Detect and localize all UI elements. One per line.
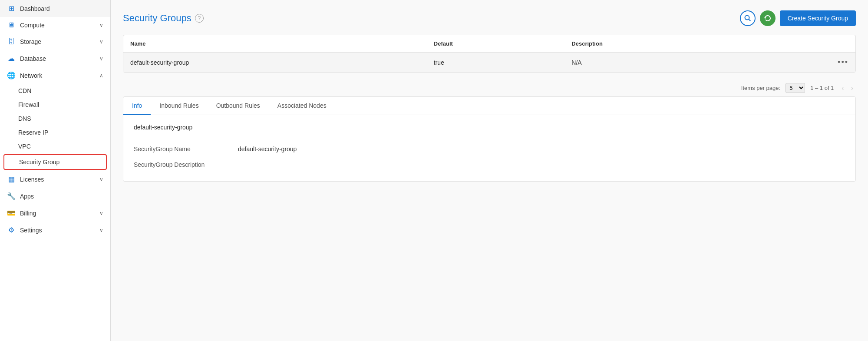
detail-content: default-security-group SecurityGroup Nam… bbox=[123, 115, 855, 181]
sidebar: ⊞ Dashboard 🖥 Compute ∨ 🗄 Storage ∨ ☁ Da… bbox=[0, 0, 111, 341]
page-header: Security Groups ? Create Security Group bbox=[123, 10, 856, 26]
tab-info[interactable]: Info bbox=[123, 97, 151, 115]
cell-default: true bbox=[427, 53, 565, 73]
detail-tabs: Info Inbound Rules Outbound Rules Associ… bbox=[123, 97, 855, 115]
chevron-down-icon: ∨ bbox=[99, 227, 103, 233]
cell-name: default-security-group bbox=[123, 53, 427, 73]
detail-group-name: default-security-group bbox=[134, 124, 845, 131]
chevron-down-icon: ∨ bbox=[99, 39, 103, 45]
sidebar-item-network[interactable]: 🌐 Network ∧ bbox=[0, 67, 110, 84]
main-content: Security Groups ? Create Security Group bbox=[111, 0, 868, 341]
sidebar-item-compute[interactable]: 🖥 Compute ∨ bbox=[0, 17, 110, 33]
cell-description: N/A bbox=[564, 53, 752, 73]
tab-inbound-rules[interactable]: Inbound Rules bbox=[151, 97, 207, 115]
dashboard-icon: ⊞ bbox=[7, 4, 16, 13]
pagination-per-page[interactable]: 5 10 25 50 bbox=[785, 83, 805, 93]
settings-icon: ⚙ bbox=[7, 226, 16, 234]
pagination-label: Items per page: bbox=[741, 85, 780, 91]
licenses-icon: ▦ bbox=[7, 175, 16, 183]
sidebar-sub-label: Security Group bbox=[19, 159, 59, 166]
sidebar-item-firewall[interactable]: Firewall bbox=[0, 98, 110, 112]
sidebar-item-security-group[interactable]: Security Group bbox=[3, 154, 107, 170]
sidebar-item-apps[interactable]: 🔧 Apps bbox=[0, 188, 110, 205]
sidebar-item-label: Database bbox=[20, 55, 95, 62]
chevron-down-icon: ∨ bbox=[99, 176, 103, 182]
database-icon: ☁ bbox=[7, 54, 16, 63]
sidebar-sub-label: DNS bbox=[18, 115, 31, 122]
sidebar-item-storage[interactable]: 🗄 Storage ∨ bbox=[0, 33, 110, 50]
security-groups-table: Name Default Description default-securit… bbox=[123, 35, 855, 72]
help-icon[interactable]: ? bbox=[195, 14, 204, 23]
tab-associated-nodes[interactable]: Associated Nodes bbox=[269, 97, 335, 115]
column-actions bbox=[752, 35, 855, 53]
search-icon bbox=[744, 15, 751, 22]
column-name: Name bbox=[123, 35, 427, 53]
sidebar-item-label: Apps bbox=[20, 193, 103, 200]
pagination-next-button[interactable]: › bbox=[848, 83, 856, 93]
svg-line-1 bbox=[749, 20, 750, 21]
pagination-navigation: ‹ › bbox=[839, 83, 856, 93]
tab-outbound-rules[interactable]: Outbound Rules bbox=[208, 97, 269, 115]
chevron-down-icon: ∨ bbox=[99, 22, 103, 28]
table-header-row: Name Default Description bbox=[123, 35, 855, 53]
chevron-down-icon: ∨ bbox=[99, 56, 103, 62]
tab-info-label: Info bbox=[132, 102, 142, 109]
pagination: Items per page: 5 10 25 50 1 – 1 of 1 ‹ … bbox=[123, 79, 856, 96]
sidebar-item-billing[interactable]: 💳 Billing ∨ bbox=[0, 205, 110, 222]
field-label-description: SecurityGroup Description bbox=[134, 161, 221, 168]
sidebar-item-label: Dashboard bbox=[20, 5, 103, 12]
detail-field-description: SecurityGroup Description bbox=[134, 157, 845, 172]
sidebar-item-licenses[interactable]: ▦ Licenses ∨ bbox=[0, 171, 110, 188]
storage-icon: 🗄 bbox=[7, 38, 16, 46]
row-actions-menu[interactable]: ••• bbox=[752, 53, 855, 73]
network-icon: 🌐 bbox=[7, 71, 16, 79]
sidebar-sub-label: Firewall bbox=[18, 101, 39, 108]
search-button[interactable] bbox=[740, 10, 756, 26]
sidebar-item-label: Compute bbox=[20, 22, 95, 29]
tab-outbound-label: Outbound Rules bbox=[216, 102, 260, 109]
refresh-icon bbox=[764, 14, 772, 22]
sidebar-item-label: Storage bbox=[20, 38, 95, 45]
field-value-name: default-security-group bbox=[238, 146, 297, 152]
chevron-down-icon: ∨ bbox=[99, 210, 103, 216]
chevron-up-icon: ∧ bbox=[99, 73, 103, 79]
tab-nodes-label: Associated Nodes bbox=[277, 102, 327, 109]
sidebar-item-reserve-ip[interactable]: Reserve IP bbox=[0, 126, 110, 139]
field-label-name: SecurityGroup Name bbox=[134, 146, 221, 152]
page-title-text: Security Groups bbox=[123, 13, 191, 24]
create-security-group-button[interactable]: Create Security Group bbox=[780, 10, 856, 26]
refresh-button[interactable] bbox=[760, 10, 776, 26]
table-row[interactable]: default-security-group true N/A ••• bbox=[123, 53, 855, 73]
page-title: Security Groups ? bbox=[123, 13, 204, 24]
apps-icon: 🔧 bbox=[7, 192, 16, 200]
pagination-range: 1 – 1 of 1 bbox=[810, 85, 834, 91]
tab-inbound-label: Inbound Rules bbox=[159, 102, 198, 109]
sidebar-item-cdn[interactable]: CDN bbox=[0, 84, 110, 98]
compute-icon: 🖥 bbox=[7, 21, 16, 29]
detail-field-name: SecurityGroup Name default-security-grou… bbox=[134, 141, 845, 157]
pagination-prev-button[interactable]: ‹ bbox=[839, 83, 846, 93]
sidebar-sub-label: CDN bbox=[18, 87, 31, 94]
sidebar-sub-label: Reserve IP bbox=[18, 129, 48, 136]
sidebar-item-vpc[interactable]: VPC bbox=[0, 139, 110, 153]
sidebar-item-label: Network bbox=[20, 72, 95, 79]
detail-panel: Info Inbound Rules Outbound Rules Associ… bbox=[123, 96, 856, 182]
column-description: Description bbox=[564, 35, 752, 53]
sidebar-item-settings[interactable]: ⚙ Settings ∨ bbox=[0, 222, 110, 238]
sidebar-item-database[interactable]: ☁ Database ∨ bbox=[0, 50, 110, 67]
sidebar-item-label: Billing bbox=[20, 210, 95, 217]
security-groups-table-container: Name Default Description default-securit… bbox=[123, 35, 856, 73]
billing-icon: 💳 bbox=[7, 209, 16, 217]
column-default: Default bbox=[427, 35, 565, 53]
sidebar-item-label: Settings bbox=[20, 227, 95, 234]
header-actions: Create Security Group bbox=[740, 10, 856, 26]
sidebar-item-dashboard[interactable]: ⊞ Dashboard bbox=[0, 0, 110, 17]
create-button-label: Create Security Group bbox=[788, 15, 848, 22]
sidebar-item-label: Licenses bbox=[20, 176, 95, 183]
sidebar-sub-label: VPC bbox=[18, 143, 31, 150]
sidebar-item-dns[interactable]: DNS bbox=[0, 112, 110, 126]
